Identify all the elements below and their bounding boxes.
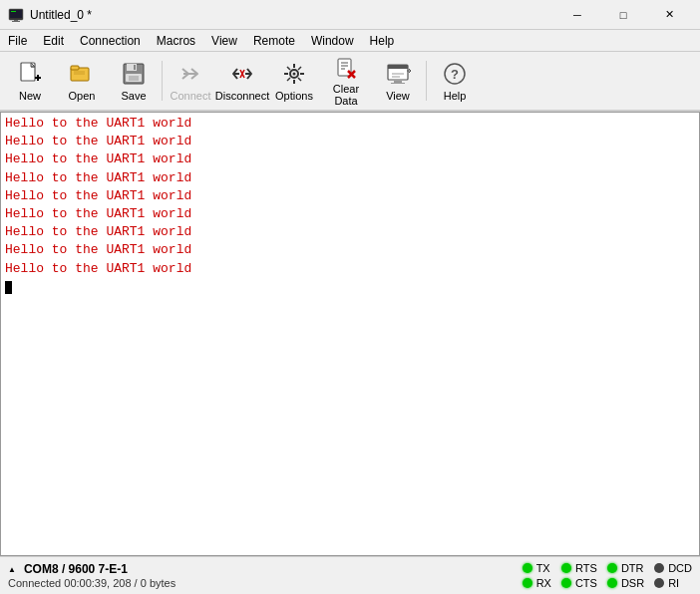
options-button[interactable]: Options — [268, 54, 320, 108]
svg-rect-16 — [134, 65, 136, 70]
terminal-line: Hello to the UART1 world — [5, 223, 695, 241]
tx-rx-group: TX RX — [523, 562, 551, 589]
rx-indicator: RX — [523, 577, 551, 589]
new-button[interactable]: New — [4, 54, 56, 108]
toolbar-separator-1 — [162, 61, 163, 101]
rts-led — [561, 563, 571, 573]
dtr-dsr-group: DTR DSR — [607, 562, 644, 589]
dtr-led — [607, 563, 617, 573]
svg-line-28 — [298, 78, 301, 81]
open-button[interactable]: Open — [56, 54, 108, 108]
clear-icon — [332, 55, 360, 81]
terminal-cursor — [5, 281, 12, 294]
tx-led — [523, 563, 532, 573]
menu-file[interactable]: File — [0, 30, 35, 51]
terminal-line: Hello to the UART1 world — [5, 115, 695, 133]
terminal-line: Hello to the UART1 world — [5, 241, 695, 259]
help-button[interactable]: ? Help — [429, 54, 481, 108]
dcd-ri-group: DCD RI — [654, 562, 692, 589]
title-bar: Untitled_0 * ─ □ ✕ — [0, 0, 700, 30]
open-icon — [68, 60, 96, 88]
disconnect-button[interactable]: Disconnect — [216, 54, 268, 108]
options-icon — [280, 60, 308, 88]
svg-rect-4 — [12, 21, 20, 22]
dtr-indicator: DTR — [607, 562, 644, 574]
svg-rect-18 — [129, 76, 139, 81]
save-icon — [120, 60, 148, 88]
status-port: ▲ COM8 / 9600 7-E-1 — [8, 562, 523, 576]
terminal-line: Hello to the UART1 world — [5, 133, 695, 150]
cts-indicator: CTS — [561, 577, 597, 589]
port-dropdown-icon: ▲ — [8, 565, 16, 574]
dsr-led — [607, 578, 617, 588]
toolbar: New Open Save — [0, 52, 700, 112]
disconnect-icon — [228, 60, 256, 88]
help-icon: ? — [441, 60, 469, 88]
dcd-led — [654, 563, 664, 573]
maximize-button[interactable]: □ — [600, 0, 646, 30]
svg-line-29 — [298, 67, 301, 70]
rts-cts-group: RTS CTS — [561, 562, 597, 589]
svg-rect-41 — [394, 81, 402, 83]
ri-indicator: RI — [654, 577, 692, 589]
terminal-output[interactable]: Hello to the UART1 worldHello to the UAR… — [0, 112, 700, 556]
status-info: ▲ COM8 / 9600 7-E-1 Connected 00:00:39, … — [8, 562, 523, 589]
svg-rect-11 — [71, 66, 79, 70]
cts-led — [561, 578, 571, 588]
menu-macros[interactable]: Macros — [149, 30, 203, 51]
save-button[interactable]: Save — [108, 54, 160, 108]
connect-icon — [176, 60, 204, 88]
svg-rect-3 — [14, 20, 18, 21]
clear-data-button[interactable]: Clear Data — [320, 54, 372, 108]
svg-rect-42 — [391, 83, 405, 84]
terminal-line: Hello to the UART1 world — [5, 187, 695, 205]
menu-bar: File Edit Connection Macros View Remote … — [0, 30, 700, 52]
rts-indicator: RTS — [561, 562, 597, 574]
terminal-line: Hello to the UART1 world — [5, 205, 695, 223]
toolbar-separator-2 — [426, 61, 427, 101]
svg-rect-2 — [11, 11, 16, 12]
terminal-line: Hello to the UART1 world — [5, 169, 695, 187]
tx-indicator: TX — [523, 562, 551, 574]
menu-window[interactable]: Window — [303, 30, 362, 51]
ri-led — [654, 578, 664, 588]
menu-remote[interactable]: Remote — [245, 30, 303, 51]
window-title: Untitled_0 * — [30, 8, 554, 22]
dcd-indicator: DCD — [654, 562, 692, 574]
status-connection: Connected 00:00:39, 208 / 0 bytes — [8, 577, 523, 589]
minimize-button[interactable]: ─ — [554, 0, 600, 30]
terminal-cursor-line — [5, 278, 695, 296]
connect-button[interactable]: Connect — [165, 54, 216, 108]
svg-line-30 — [287, 78, 290, 81]
svg-text:?: ? — [451, 67, 459, 82]
terminal-line: Hello to the UART1 world — [5, 260, 695, 278]
menu-help[interactable]: Help — [362, 30, 403, 51]
close-button[interactable]: ✕ — [646, 0, 692, 30]
window-controls: ─ □ ✕ — [554, 0, 692, 30]
svg-rect-38 — [388, 65, 408, 69]
terminal-line: Hello to the UART1 world — [5, 150, 695, 168]
menu-connection[interactable]: Connection — [72, 30, 149, 51]
menu-edit[interactable]: Edit — [35, 30, 72, 51]
svg-point-22 — [293, 73, 296, 76]
rx-led — [523, 578, 532, 588]
new-icon — [16, 60, 44, 88]
view-button[interactable]: View — [372, 54, 424, 108]
dsr-indicator: DSR — [607, 577, 644, 589]
view-icon — [384, 60, 412, 88]
app-icon — [8, 7, 24, 23]
menu-view[interactable]: View — [203, 30, 245, 51]
svg-line-27 — [287, 67, 290, 70]
status-bar: ▲ COM8 / 9600 7-E-1 Connected 00:00:39, … — [0, 556, 700, 594]
status-indicators: TX RX RTS CTS DTR DSR — [523, 562, 692, 589]
